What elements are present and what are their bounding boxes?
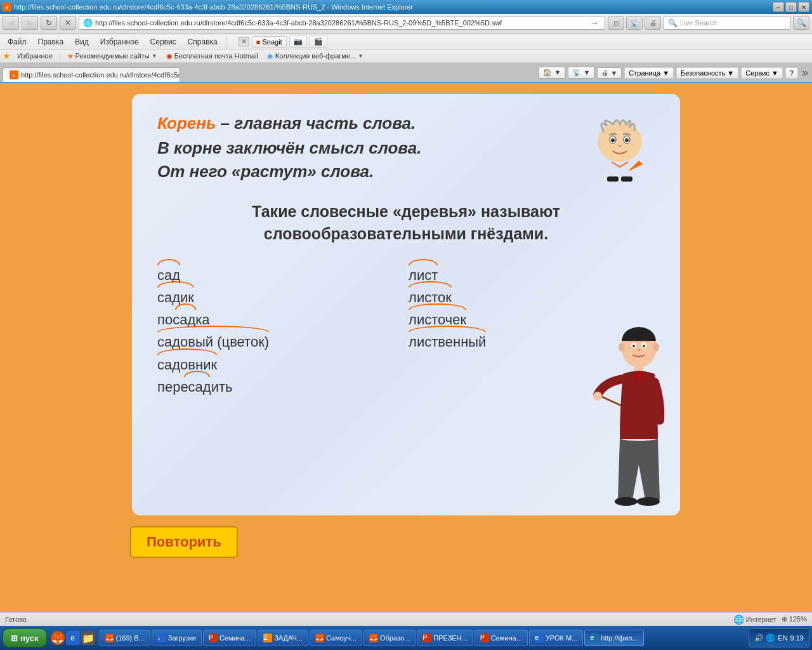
arc-peresadit: пересадить xyxy=(157,376,233,398)
svg-point-10 xyxy=(653,343,659,352)
fav-item-0[interactable]: Избранное xyxy=(15,51,55,60)
taskbar-item-0[interactable]: 🦊 (169) В... xyxy=(100,630,150,646)
globe-icon: 🌐 xyxy=(733,614,744,625)
fav-item-0-label: Избранное xyxy=(17,52,53,60)
word-left-4: садовник xyxy=(157,354,269,376)
go-button[interactable]: → xyxy=(588,17,601,29)
taskbar-item-1[interactable]: ↓ Загрузки xyxy=(152,630,202,646)
clock-time: 9:19 xyxy=(790,634,804,642)
taskbar-item-7[interactable]: P Семина... xyxy=(475,630,528,646)
window-title: http://files.school-collection.edu.ru/dl… xyxy=(14,3,413,11)
word-list: лист xyxy=(409,267,438,283)
title-line-1-rest: – главная часть слова. xyxy=(221,114,416,133)
svg-point-3 xyxy=(611,138,615,142)
compatibility-button[interactable]: ⊡ xyxy=(608,16,624,30)
taskbar-item-0-icon: 🦊 xyxy=(105,633,114,642)
folder-icon[interactable]: 📁 xyxy=(81,631,95,645)
favorites-star: ★ xyxy=(3,51,11,61)
menu-view[interactable]: Вид xyxy=(70,36,94,48)
live-search-box[interactable]: 🔍 Live Search xyxy=(664,16,790,30)
taskbar-item-9[interactable]: e http://фил... xyxy=(584,630,643,646)
tab-url-label: http://files.school-collection.edu.ru/dl… xyxy=(21,71,180,79)
taskbar-item-2-label: Семина... xyxy=(219,634,251,642)
search-go-button[interactable]: 🔍 xyxy=(793,16,809,30)
fav-item-3-label: Коллекция веб-фрагме... xyxy=(275,52,356,60)
quick-launch: 🦊 e 📁 xyxy=(48,631,98,645)
search-icon: 🔍 xyxy=(668,18,678,27)
help-btn[interactable]: ? xyxy=(785,67,798,79)
fav-item-2[interactable]: ◉ Бесплатная почта Hotmail xyxy=(164,51,261,61)
snagit-btn3[interactable]: 🎬 xyxy=(310,36,327,48)
taskbar-item-0-label: (169) В... xyxy=(116,634,145,642)
word-peresadit: пересадить xyxy=(157,379,233,395)
start-button[interactable]: ⊞ пуск xyxy=(3,628,47,647)
menu-favorites[interactable]: Избранное xyxy=(95,36,144,48)
close-button[interactable]: ✕ xyxy=(798,2,809,12)
minimize-button[interactable]: − xyxy=(773,2,784,12)
repeat-button[interactable]: Повторить xyxy=(130,526,238,558)
word-left-1: садик xyxy=(157,286,269,308)
service-btn[interactable]: Сервис ▼ xyxy=(741,67,783,79)
fav-arrow-1: ▼ xyxy=(152,53,157,59)
fav-item-2-label: Бесплатная почта Hotmail xyxy=(174,52,258,60)
nav-icon-group[interactable]: 🏠 ▼ xyxy=(539,67,565,79)
svg-point-9 xyxy=(619,343,625,352)
tray-icons: 🔊 🌐 xyxy=(754,633,775,642)
menu-service[interactable]: Сервис xyxy=(145,36,181,48)
snagit-btn2[interactable]: 📷 xyxy=(289,36,307,48)
browser-window: e http://files.school-collection.edu.ru/… xyxy=(0,0,812,650)
rss-button[interactable]: 📡 xyxy=(626,16,643,30)
zoom-level: ⊕ 125% xyxy=(782,615,807,623)
print-button[interactable]: 🖨 xyxy=(645,16,661,30)
ie-taskbar-icon[interactable]: e xyxy=(66,631,80,645)
svg-point-17 xyxy=(615,497,638,506)
arc-marker xyxy=(157,259,180,265)
menu-edit[interactable]: Правка xyxy=(33,36,69,48)
stop-button[interactable]: ✕ xyxy=(60,16,76,30)
arc-listveniy: лиственный xyxy=(409,331,486,353)
tab-close-x[interactable]: ✕ xyxy=(239,37,249,46)
status-internet: 🌐 Интернет xyxy=(733,614,776,625)
address-bar[interactable]: 🌐 http://files.school-collection.edu.ru/… xyxy=(79,16,605,30)
taskbar-item-8[interactable]: e УРОК М... xyxy=(529,630,583,646)
maximize-button[interactable]: □ xyxy=(785,2,797,12)
taskbar-item-3[interactable]: Z ЗАДАЧ... xyxy=(258,630,308,646)
taskbar-item-6[interactable]: P ПРЕЗЕН... xyxy=(417,630,473,646)
snagit-button[interactable]: ■ Snagit xyxy=(252,36,287,48)
fav-item-3[interactable]: ◉ Коллекция веб-фрагме... ▼ xyxy=(265,51,366,61)
refresh-button[interactable]: ↻ xyxy=(41,16,57,30)
feeds-btn[interactable]: 📡 ▼ xyxy=(568,67,594,79)
forward-button[interactable]: ▶ xyxy=(22,16,38,30)
word-right-3: лиственный xyxy=(409,331,486,353)
snagit-icon3: 🎬 xyxy=(314,37,323,46)
menu-help[interactable]: Справка xyxy=(183,36,223,48)
help-label: ? xyxy=(790,69,794,77)
security-label: Безопасность ▼ xyxy=(681,69,734,77)
fav-item-2-icon: ◉ xyxy=(166,52,173,60)
svg-rect-5 xyxy=(607,176,619,182)
expand-btn[interactable]: » xyxy=(801,65,809,81)
fav-item-1-label: Рекомендуемые сайты xyxy=(75,52,150,60)
word-sadik: садик xyxy=(157,289,194,305)
active-tab[interactable]: e http://files.school-collection.edu.ru/… xyxy=(3,67,180,82)
taskbar-item-4[interactable]: 🦊 Самоуч... xyxy=(310,630,362,646)
menu-separator xyxy=(226,36,227,48)
taskbar-item-2[interactable]: P Семина... xyxy=(203,630,256,646)
taskbar-item-6-label: ПРЕЗЕН... xyxy=(433,634,467,642)
taskbar: ⊞ пуск 🦊 e 📁 🦊 (169) В... ↓ Загрузки P С… xyxy=(0,626,812,650)
word-listveniy: лиственный xyxy=(409,334,486,350)
fav-item-1[interactable]: ★ Рекомендуемые сайты ▼ xyxy=(65,51,160,61)
page-menu-btn[interactable]: Страница ▼ xyxy=(624,67,674,79)
lang-indicator: EN xyxy=(778,634,787,642)
svg-point-16 xyxy=(593,392,602,401)
firefox-icon[interactable]: 🦊 xyxy=(51,631,65,645)
system-tray: 🔊 🌐 EN 9:19 xyxy=(749,628,809,647)
middle-section: Такие словесные «деревья» называют слово… xyxy=(157,201,655,245)
internet-label: Интернет xyxy=(746,616,776,623)
security-btn[interactable]: Безопасность ▼ xyxy=(676,67,738,79)
menu-file[interactable]: Файл xyxy=(3,36,32,48)
taskbar-item-5[interactable]: 🦊 Образо... xyxy=(363,630,416,646)
back-button[interactable]: ◀ xyxy=(3,16,19,30)
print-page-btn[interactable]: 🖨 ▼ xyxy=(597,67,622,79)
taskbar-item-5-label: Образо... xyxy=(380,634,410,642)
